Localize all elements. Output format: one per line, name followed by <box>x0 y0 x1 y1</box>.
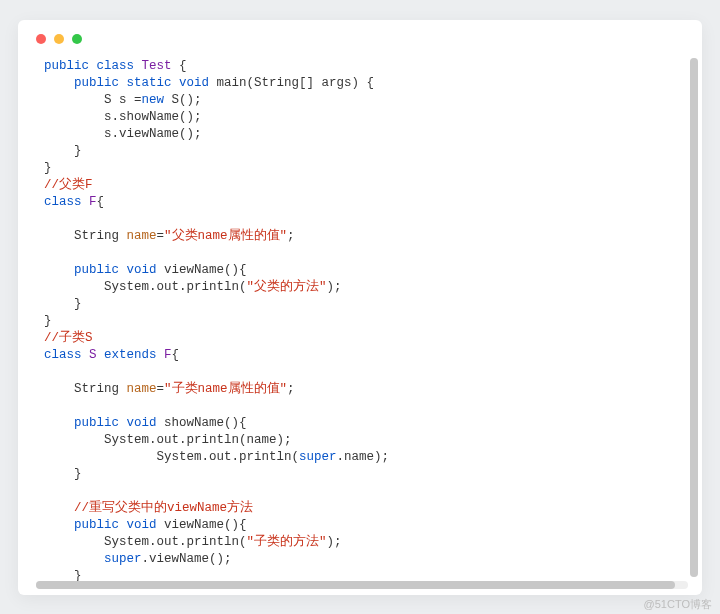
text: System.out.println( <box>44 450 299 464</box>
maximize-icon[interactable] <box>72 34 82 44</box>
text: System.out.println(name); <box>44 433 292 447</box>
text: { <box>97 195 105 209</box>
keyword: public static void <box>44 76 209 90</box>
string: "父类name属性的值" <box>164 229 287 243</box>
text: main(String[] args) { <box>209 76 374 90</box>
text: String <box>44 382 127 396</box>
text: viewName(){ <box>157 263 247 277</box>
string: "子类name属性的值" <box>164 382 287 396</box>
comment: //父类F <box>44 178 93 192</box>
text: } <box>44 467 82 481</box>
text: .name); <box>337 450 390 464</box>
keyword: public <box>44 59 89 73</box>
keyword: public void <box>44 518 157 532</box>
class-name: F <box>157 348 172 362</box>
keyword: extends <box>104 348 157 362</box>
text: s.viewName(); <box>44 127 202 141</box>
keyword: new <box>142 93 165 107</box>
vertical-scrollbar-thumb[interactable] <box>690 58 698 577</box>
text <box>44 552 104 566</box>
comment: //子类S <box>44 331 93 345</box>
watermark: @51CTO博客 <box>644 597 712 612</box>
text: ); <box>327 535 342 549</box>
text: ; <box>287 229 295 243</box>
keyword: class <box>44 348 82 362</box>
text: } <box>44 161 52 175</box>
text: } <box>44 314 52 328</box>
string: "父类的方法" <box>247 280 327 294</box>
keyword: class <box>97 59 135 73</box>
class-name: S <box>82 348 105 362</box>
code-block: public class Test { public static void m… <box>36 58 692 583</box>
identifier: name <box>127 229 157 243</box>
text: { <box>172 59 187 73</box>
code-card: public class Test { public static void m… <box>18 20 702 595</box>
close-icon[interactable] <box>36 34 46 44</box>
text: showName(){ <box>157 416 247 430</box>
text: S(); <box>164 93 202 107</box>
text: viewName(){ <box>157 518 247 532</box>
class-name: Test <box>142 59 172 73</box>
text: .viewName(); <box>142 552 232 566</box>
minimize-icon[interactable] <box>54 34 64 44</box>
keyword: public void <box>44 416 157 430</box>
text: String <box>44 229 127 243</box>
text: } <box>44 297 82 311</box>
text: System.out.println( <box>44 280 247 294</box>
class-name: F <box>82 195 97 209</box>
text: } <box>44 144 82 158</box>
code-viewport: public class Test { public static void m… <box>36 58 692 583</box>
vertical-scrollbar[interactable] <box>690 58 698 577</box>
text: { <box>172 348 180 362</box>
identifier: name <box>127 382 157 396</box>
text: S s = <box>44 93 142 107</box>
horizontal-scrollbar-thumb[interactable] <box>36 581 675 589</box>
text: System.out.println( <box>44 535 247 549</box>
text: ); <box>327 280 342 294</box>
text: s.showName(); <box>44 110 202 124</box>
text: = <box>157 229 165 243</box>
string: "子类的方法" <box>247 535 327 549</box>
text: ; <box>287 382 295 396</box>
keyword: class <box>44 195 82 209</box>
horizontal-scrollbar[interactable] <box>36 581 688 589</box>
keyword: super <box>104 552 142 566</box>
text: = <box>157 382 165 396</box>
keyword: public void <box>44 263 157 277</box>
comment: //重写父类中的viewName方法 <box>44 501 253 515</box>
window-controls <box>18 20 702 44</box>
keyword: super <box>299 450 337 464</box>
